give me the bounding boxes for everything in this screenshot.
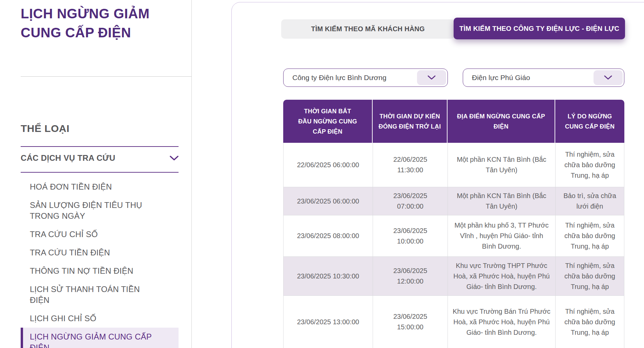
table-column-header: THỜI GIAN BẮT ĐẦU NGỪNG CUNG CẤP ĐIỆN: [283, 100, 373, 143]
table-cell: Thí nghiệm, sửa chữa bảo dưỡng Trung, hạ…: [556, 143, 624, 187]
sidebar-item[interactable]: LỊCH NGỪNG GIẢM CUNG CẤP ĐIỆN: [21, 328, 179, 348]
chevron-down-icon: [428, 75, 436, 80]
table-body: 22/06/2025 06:00:0022/06/2025 11:30:00Mộ…: [283, 143, 624, 348]
table-column-header: LÝ DO NGỪNG CUNG CẤP ĐIỆN: [555, 100, 624, 143]
table-cell: 23/06/2025 13:00:00: [284, 296, 373, 348]
company-select[interactable]: Công ty Điện lực Bình Dương: [283, 69, 448, 87]
district-select-arrow-button[interactable]: [594, 70, 623, 85]
tab-search-by-customer-code[interactable]: TÌM KIẾM THEO MÃ KHÁCH HÀNG: [281, 19, 455, 39]
table-cell: Thí nghiệm, sửa chữa bảo dưỡng Trung, hạ…: [556, 257, 624, 295]
table-cell: 23/06/2025 12:00:00: [373, 257, 448, 295]
page: LỊCH NGỪNG GIẢM CUNG CẤP ĐIỆN THỂ LOẠI C…: [0, 0, 644, 348]
table-cell: Thí nghiệm, sửa chữa bảo dưỡng Trung, hạ…: [556, 215, 624, 256]
sidebar-group-label: CÁC DỊCH VỤ TRA CỨU: [21, 153, 115, 163]
sidebar-menu: HOÁ ĐƠN TIỀN ĐIỆNSẢN LƯỢNG ĐIỆN TIÊU THỤ…: [21, 178, 179, 348]
table-header-row: THỜI GIAN BẮT ĐẦU NGỪNG CUNG CẤP ĐIỆNTHỜ…: [283, 100, 624, 143]
sidebar-item[interactable]: LỊCH GHI CHỈ SỐ: [21, 309, 179, 328]
company-select-arrow-button[interactable]: [417, 70, 446, 85]
sidebar-item-label: THÔNG TIN NỢ TIỀN ĐIỆN: [30, 266, 133, 275]
chevron-down-icon: [170, 156, 179, 161]
table-cell: 23/06/2025 07:00:00: [373, 187, 448, 215]
table-cell: 22/06/2025 06:00:00: [284, 143, 373, 187]
table-cell: 23/06/2025 15:00:00: [373, 296, 448, 348]
sidebar-item-label: SẢN LƯỢNG ĐIỆN TIÊU THỤ TRONG NGÀY: [30, 200, 142, 220]
table-row: 23/06/2025 13:00:0023/06/2025 15:00:00Kh…: [283, 296, 624, 348]
table-cell: 23/06/2025 08:00:00: [284, 215, 373, 256]
table-column-header: THỜI GIAN DỰ KIẾN ĐÓNG ĐIỆN TRỞ LẠI: [373, 100, 448, 143]
sidebar-item-label: TRA CỨU CHỈ SỐ: [30, 230, 98, 239]
purple-divider: [21, 172, 179, 173]
table-row: 22/06/2025 06:00:0022/06/2025 11:30:00Mộ…: [283, 143, 624, 187]
sidebar-item[interactable]: LỊCH SỬ THANH TOÁN TIỀN ĐIỆN: [21, 280, 179, 309]
table-cell: Khu vực Trường THPT Phước Hoà, xã Phước …: [448, 257, 556, 295]
sidebar-item[interactable]: SẢN LƯỢNG ĐIỆN TIÊU THỤ TRONG NGÀY: [21, 196, 179, 225]
sidebar-main-separator: [191, 0, 192, 348]
sidebar-item[interactable]: HOÁ ĐƠN TIỀN ĐIỆN: [21, 178, 179, 196]
sidebar-item-label: TRA CỨU TIỀN ĐIỆN: [30, 248, 110, 257]
table-row: 23/06/2025 06:00:0023/06/2025 07:00:00Mộ…: [283, 187, 624, 215]
table-cell: Thí nghiệm, sửa chữa bảo dưỡng Trung, hạ…: [556, 296, 624, 348]
tab-search-by-power-company[interactable]: TÌM KIẾM THEO CÔNG TY ĐIỆN LỰC - ĐIỆN LỰ…: [454, 18, 625, 39]
chevron-down-icon: [604, 75, 612, 80]
table-cell: 22/06/2025 11:30:00: [373, 143, 448, 187]
table-cell: 23/06/2025 10:30:00: [284, 257, 373, 295]
table-cell: 23/06/2025 06:00:00: [284, 187, 373, 215]
sidebar-item-label: LỊCH SỬ THANH TOÁN TIỀN ĐIỆN: [30, 285, 140, 305]
company-select-value: Công ty Điện lực Bình Dương: [292, 69, 387, 86]
table-cell: Bảo trì, sửa chữa lưới điện: [556, 187, 624, 215]
table-cell: Một phần KCN Tân Bình (Bắc Tân Uyên): [448, 143, 556, 187]
sidebar-item[interactable]: TRA CỨU TIỀN ĐIỆN: [21, 244, 179, 262]
sidebar-group-lookup-services[interactable]: CÁC DỊCH VỤ TRA CỨU: [21, 153, 179, 163]
table-cell: Một phần khu phố 3, TT Phước Vĩnh , huyệ…: [448, 215, 556, 256]
table-cell: 23/06/2025 10:00:00: [373, 215, 448, 256]
purple-divider: [21, 146, 179, 147]
sidebar-item-label: LỊCH GHI CHỈ SỐ: [30, 314, 96, 323]
sidebar-item-label: LỊCH NGỪNG GIẢM CUNG CẤP ĐIỆN: [30, 332, 152, 348]
table-column-header: ĐỊA ĐIỂM NGỪNG CUNG CẤP ĐIỆN: [448, 100, 555, 143]
table-row: 23/06/2025 10:30:0023/06/2025 12:00:00Kh…: [283, 257, 624, 296]
table-cell: Một phần KCN Tân Bình (Bắc Tân Uyên): [448, 187, 556, 215]
page-title: LỊCH NGỪNG GIẢM CUNG CẤP ĐIỆN: [21, 4, 166, 42]
district-select-value: Điện lực Phú Giáo: [472, 69, 530, 86]
outage-schedule-table: THỜI GIAN BẮT ĐẦU NGỪNG CUNG CẤP ĐIỆNTHỜ…: [283, 100, 624, 348]
table-row: 23/06/2025 08:00:0023/06/2025 10:00:00Mộ…: [283, 215, 624, 257]
table-cell: Khu vực Trường Bán Trú Phước Hoà, xã Phư…: [448, 296, 556, 348]
search-tabs: TÌM KIẾM THEO MÃ KHÁCH HÀNG TÌM KIẾM THE…: [281, 18, 625, 39]
sidebar-item-label: HOÁ ĐƠN TIỀN ĐIỆN: [30, 182, 112, 191]
title-divider: [21, 76, 191, 77]
district-select[interactable]: Điện lực Phú Giáo: [463, 69, 624, 87]
sidebar-item[interactable]: THÔNG TIN NỢ TIỀN ĐIỆN: [21, 262, 179, 280]
sidebar-item[interactable]: TRA CỨU CHỈ SỐ: [21, 225, 179, 244]
category-heading: THỂ LOẠI: [21, 123, 69, 134]
